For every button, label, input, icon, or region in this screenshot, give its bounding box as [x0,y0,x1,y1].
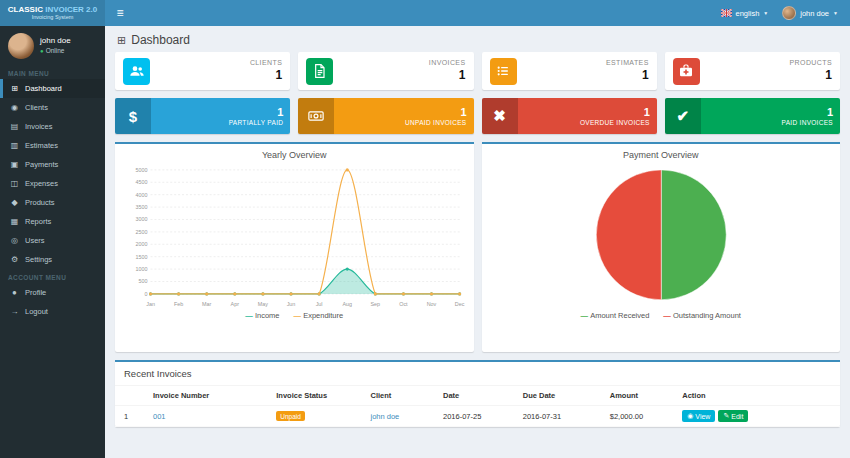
profile-icon: ● [9,288,20,297]
yearly-overview-panel: Yearly Overview 050010001500200025003000… [115,142,474,352]
info-box-value: 1 [790,68,832,83]
banknote-icon [298,98,334,134]
sidebar-item-estimates[interactable]: ▥Estimates [0,136,105,155]
legend-label: Expenditure [303,311,343,320]
payment-overview-legend: — Amount Received— Outstanding Amount [482,310,841,320]
legend-item: — Expenditure [294,311,344,320]
page-title: Dashboard [131,33,190,47]
status-box-unpaid-invoices: 1UNPAID INVOICES [298,98,473,134]
svg-text:5000: 5000 [136,167,148,173]
info-box-label: CLIENTS [250,59,282,68]
info-box-value: 1 [606,68,649,83]
sidebar-item-invoices[interactable]: ▤Invoices [0,117,105,136]
sidebar-toggle-icon[interactable]: ≡ [105,6,135,20]
logout-icon: → [9,307,20,316]
page-header: ⊞ Dashboard [105,26,850,52]
column-header: Invoice Number [144,386,267,406]
yearly-overview-chart: 0500100015002000250030003500400045005000… [115,162,474,310]
legend-swatch: — [581,311,591,320]
status-box-label: UNPAID INVOICES [341,119,466,127]
status-box-partially-paid: $1PARTIALLY PAID [115,98,290,134]
invoice-icon [306,58,333,85]
legend-item: — Amount Received [581,311,650,320]
recent-invoices-panel: Recent Invoices Invoice NumberInvoice St… [115,360,840,427]
client-link[interactable]: john doe [371,412,400,421]
legend-swatch: — [294,311,304,320]
sidebar-item-label: Estimates [25,141,58,150]
svg-text:500: 500 [139,278,148,284]
sidebar-item-clients[interactable]: ◉Clients [0,98,105,117]
menu-section-label: ACCOUNT MENU [0,269,105,283]
sidebar-item-expenses[interactable]: ◫Expenses [0,174,105,193]
online-dot-icon: ● [40,48,44,54]
expenses-icon: ◫ [9,179,20,188]
dashboard-icon: ⊞ [9,84,20,93]
sidebar-item-logout[interactable]: →Logout [0,302,105,321]
sidebar-item-label: Clients [25,103,48,112]
sidebar-item-settings[interactable]: ⚙Settings [0,250,105,269]
reports-icon: ▦ [9,217,20,226]
pencil-icon: ✎ [723,412,729,420]
legend-label: Amount Received [590,311,649,320]
status-box-value: 1 [525,105,650,119]
invoice-number-link[interactable]: 001 [153,412,166,421]
sidebar-item-products[interactable]: ◆Products [0,193,105,212]
avatar [8,33,34,59]
yearly-overview-title: Yearly Overview [115,144,474,162]
pie-chart-svg [488,162,835,310]
user-menu[interactable]: john doe ▼ [782,6,838,20]
svg-text:Oct: Oct [399,301,408,307]
sidebar-item-profile[interactable]: ●Profile [0,283,105,302]
row-index: 1 [115,406,144,427]
sidebar-item-label: Logout [25,307,48,316]
column-header: Due Date [514,386,601,406]
status-box-value: 1 [341,105,466,119]
recent-invoices-table: Invoice NumberInvoice StatusClientDateDu… [115,386,840,427]
sidebar-item-label: Expenses [25,179,58,188]
svg-text:Feb: Feb [174,301,183,307]
svg-text:4500: 4500 [136,179,148,185]
language-menu[interactable]: english ▼ [721,9,769,18]
invoice-date: 2016-07-25 [434,406,514,427]
legend-item: — Income [245,311,279,320]
info-box-invoices: INVOICES1 [298,52,473,90]
info-box-label: ESTIMATES [606,59,649,68]
sidebar-item-label: Dashboard [25,84,62,93]
cross-icon: ✖ [482,98,518,134]
payment-overview-panel: Payment Overview — Amount Received— Outs… [482,142,841,352]
svg-text:May: May [258,301,269,307]
sidebar-item-label: Reports [25,217,51,226]
chevron-down-icon: ▼ [763,10,768,16]
svg-text:0: 0 [145,291,148,297]
brand-title: CLASSIC INVOICER 2.0 [8,6,97,15]
sidebar-item-payments[interactable]: ▣Payments [0,155,105,174]
dashboard-icon: ⊞ [117,34,126,47]
users-icon: ◎ [9,236,20,245]
info-box-value: 1 [250,68,282,83]
svg-text:Jul: Jul [316,301,323,307]
sidebar-menu: MAIN MENU⊞Dashboard◉Clients▤Invoices▥Est… [0,65,105,321]
payment-overview-title: Payment Overview [482,144,841,162]
svg-text:1000: 1000 [136,266,148,272]
invoice-row: 1001Unpaidjohn doe2016-07-252016-07-31$2… [115,406,840,427]
sidebar-item-dashboard[interactable]: ⊞Dashboard [0,79,105,98]
status-box-paid-invoices: ✔1PAID INVOICES [665,98,840,134]
sidebar-item-reports[interactable]: ▦Reports [0,212,105,231]
invoices-icon: ▤ [9,122,20,131]
payment-overview-chart [482,162,841,310]
column-header: Amount [601,386,674,406]
brand-subtitle: Invoicing System [32,14,74,20]
sidebar-item-label: Products [25,198,55,207]
column-header: Action [673,386,840,406]
legend-swatch: — [663,311,673,320]
svg-text:Aug: Aug [342,301,352,307]
sidebar-user-name: john doe [40,36,71,47]
edit-button[interactable]: ✎Edit [718,410,748,422]
main-content: ⊞ Dashboard CLIENTS1INVOICES1ESTIMATES1P… [105,26,850,458]
brand[interactable]: CLASSIC INVOICER 2.0 Invoicing System [0,0,105,26]
view-button[interactable]: ◉View [682,410,715,422]
menu-section-label: MAIN MENU [0,65,105,79]
info-box-clients: CLIENTS1 [115,52,290,90]
table-header-row: Invoice NumberInvoice StatusClientDateDu… [115,386,840,406]
sidebar-item-users[interactable]: ◎Users [0,231,105,250]
